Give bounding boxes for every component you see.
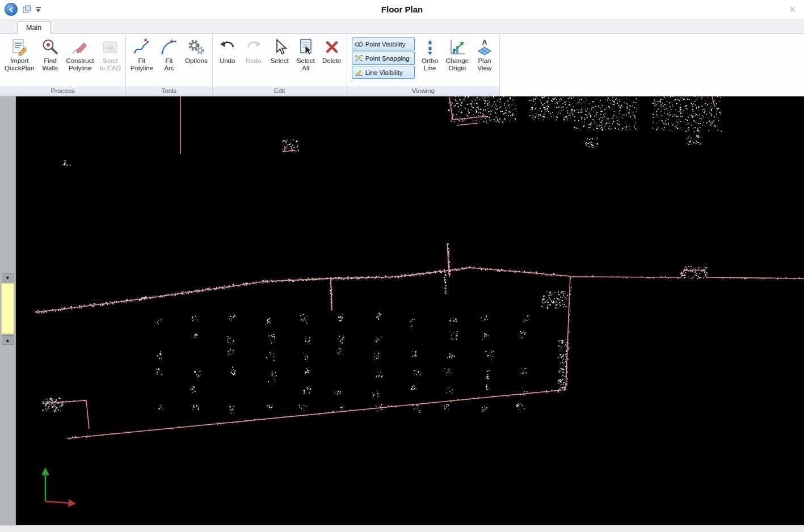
options-gears-icon (187, 38, 205, 56)
construct-polyline-button[interactable]: ConstructPolyline (63, 36, 96, 73)
chevron-left-icon (8, 6, 15, 13)
svg-text:A: A (482, 39, 487, 47)
fit-polyline-button[interactable]: * FitPolyline (128, 36, 156, 73)
quick-access-icon[interactable] (22, 5, 32, 14)
close-button[interactable]: × (785, 3, 799, 16)
tab-main[interactable]: Main (17, 22, 50, 34)
scroll-down-button[interactable]: ▼ (2, 273, 14, 282)
redo-button[interactable]: Redo (241, 36, 267, 73)
window-title: Floor Plan (0, 5, 804, 14)
line-visibility-icon (355, 68, 363, 77)
change-origin-button[interactable]: ChangeOrigin (443, 36, 472, 73)
select-all-icon (297, 38, 315, 56)
fit-arc-icon: * (160, 38, 178, 56)
delete-button[interactable]: Delete (319, 36, 345, 73)
group-label-edit: Edit (213, 86, 347, 96)
tab-strip: Main (0, 19, 804, 34)
group-label-process: Process (0, 86, 125, 96)
find-walls-button[interactable]: FindWalls (37, 36, 63, 73)
scroll-up-button[interactable]: ▲ (2, 335, 14, 345)
select-all-button[interactable]: SelectAll (293, 36, 319, 73)
send-to-cad-button[interactable]: Sendto CAD (97, 36, 124, 73)
line-visibility-label: Line Visibility (365, 69, 403, 76)
point-visibility-label: Point Visibility (365, 41, 406, 48)
status-bar (0, 525, 804, 532)
fit-polyline-icon: * (133, 38, 151, 56)
svg-text:*: * (144, 38, 148, 46)
side-panel-yellow[interactable] (1, 283, 14, 334)
group-label-tools: Tools (126, 86, 212, 96)
workspace: ▼ ▲ (0, 96, 804, 525)
options-button[interactable]: Options (182, 36, 211, 73)
send-to-cad-icon (101, 38, 119, 56)
find-walls-icon (41, 38, 59, 56)
viewing-toggles: Point Visibility Point Sn (349, 36, 417, 79)
ribbon: ImportQuickPlan FindWalls (0, 34, 804, 96)
toolbar-dropdown-icon[interactable] (35, 6, 42, 13)
point-snapping-label: Point Snapping (365, 55, 410, 62)
redo-icon (245, 38, 263, 56)
ribbon-group-process: ImportQuickPlan FindWalls (0, 34, 126, 96)
change-origin-icon (448, 38, 466, 56)
import-quickplan-icon (10, 38, 28, 56)
point-cloud-canvas[interactable] (16, 96, 804, 525)
construct-polyline-icon (71, 38, 89, 56)
ribbon-empty-area (500, 34, 804, 96)
ribbon-group-viewing: Point Visibility Point Sn (347, 34, 500, 96)
titlebar: Floor Plan × (0, 0, 804, 19)
select-cursor-icon (271, 38, 289, 56)
line-visibility-toggle[interactable]: Line Visibility (352, 66, 415, 79)
viewport (16, 96, 804, 525)
undo-icon (218, 38, 237, 56)
plan-view-icon: A (475, 38, 494, 56)
point-visibility-icon (355, 40, 363, 48)
ribbon-group-edit: Undo Redo (213, 34, 347, 96)
floor-plan-window: Floor Plan × Main (0, 0, 804, 532)
select-button[interactable]: Select (267, 36, 293, 73)
point-visibility-toggle[interactable]: Point Visibility (352, 37, 415, 50)
undo-button[interactable]: Undo (214, 36, 241, 73)
left-scrollbar: ▼ ▲ (0, 96, 16, 525)
ribbon-group-tools: * FitPolyline * FitArc (126, 34, 213, 96)
ortho-line-icon (421, 38, 439, 56)
ortho-line-button[interactable]: OrthoLine (417, 36, 443, 73)
import-quickplan-button[interactable]: ImportQuickPlan (2, 36, 37, 73)
plan-view-button[interactable]: A PlanView (472, 36, 498, 73)
group-label-viewing: Viewing (347, 86, 499, 96)
point-snapping-icon (355, 54, 363, 62)
point-snapping-toggle[interactable]: Point Snapping (352, 52, 415, 65)
svg-text:*: * (170, 38, 174, 47)
delete-x-icon (323, 38, 341, 56)
back-button[interactable] (5, 3, 18, 16)
fit-arc-button[interactable]: * FitArc (156, 36, 182, 73)
